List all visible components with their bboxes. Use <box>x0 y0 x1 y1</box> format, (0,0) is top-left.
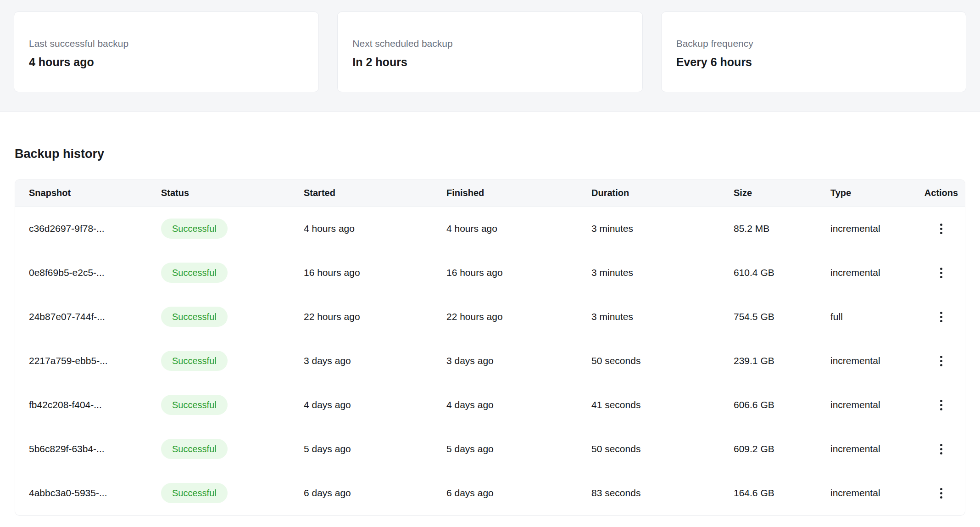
finished-cell: 22 hours ago <box>446 311 591 322</box>
snapshot-id: 24b87e07-744f-... <box>29 311 161 322</box>
size-cell: 754.5 GB <box>734 311 830 322</box>
table-row: fb42c208-f404-... Successful 4 days ago … <box>15 383 965 427</box>
type-cell: incremental <box>830 488 918 499</box>
row-actions-button[interactable] <box>931 482 952 504</box>
row-actions-button[interactable] <box>931 438 952 460</box>
type-cell: incremental <box>830 443 918 454</box>
started-cell: 4 hours ago <box>304 223 446 234</box>
status-badge: Successful <box>161 219 228 239</box>
snapshot-id: 2217a759-ebb5-... <box>29 355 161 366</box>
row-actions-button[interactable] <box>931 262 952 284</box>
started-cell: 3 days ago <box>304 355 446 366</box>
card-label: Backup frequency <box>676 38 951 49</box>
card-value: 4 hours ago <box>29 55 304 69</box>
table-row: 5b6c829f-63b4-... Successful 5 days ago … <box>15 427 965 471</box>
table-header-row: Snapshot Status Started Finished Duratio… <box>15 180 965 207</box>
finished-cell: 5 days ago <box>446 443 591 454</box>
column-header-snapshot: Snapshot <box>29 188 161 198</box>
duration-cell: 50 seconds <box>591 443 734 454</box>
size-cell: 239.1 GB <box>734 355 830 366</box>
table-row: c36d2697-9f78-... Successful 4 hours ago… <box>15 207 965 251</box>
kebab-menu-icon <box>940 400 942 402</box>
page-title: Backup history <box>15 147 965 161</box>
type-cell: incremental <box>830 223 918 234</box>
snapshot-id: c36d2697-9f78-... <box>29 223 161 234</box>
size-cell: 164.6 GB <box>734 488 830 499</box>
row-actions-button[interactable] <box>931 306 952 328</box>
row-actions-button[interactable] <box>931 350 952 372</box>
started-cell: 5 days ago <box>304 443 446 454</box>
column-header-actions: Actions <box>918 188 965 198</box>
started-cell: 6 days ago <box>304 488 446 499</box>
status-badge: Successful <box>161 351 228 371</box>
finished-cell: 6 days ago <box>446 488 591 499</box>
size-cell: 606.6 GB <box>734 399 830 410</box>
kebab-menu-icon <box>940 444 942 446</box>
backup-frequency-card: Backup frequency Every 6 hours <box>661 11 966 92</box>
backup-history-table: Snapshot Status Started Finished Duratio… <box>15 179 965 516</box>
card-value: In 2 hours <box>352 55 627 69</box>
status-badge: Successful <box>161 439 228 459</box>
duration-cell: 41 seconds <box>591 399 734 410</box>
table-row: 4abbc3a0-5935-... Successful 6 days ago … <box>15 471 965 515</box>
finished-cell: 4 hours ago <box>446 223 591 234</box>
column-header-finished: Finished <box>446 188 591 198</box>
kebab-menu-icon <box>940 268 942 270</box>
kebab-menu-icon <box>940 224 942 226</box>
started-cell: 16 hours ago <box>304 267 446 278</box>
row-actions-button[interactable] <box>931 394 952 416</box>
snapshot-id: 4abbc3a0-5935-... <box>29 488 161 499</box>
row-actions-button[interactable] <box>931 218 952 240</box>
column-header-duration: Duration <box>591 188 734 198</box>
card-value: Every 6 hours <box>676 55 951 69</box>
column-header-type: Type <box>830 188 918 198</box>
status-badge: Successful <box>161 395 228 415</box>
status-badge: Successful <box>161 307 228 327</box>
finished-cell: 3 days ago <box>446 355 591 366</box>
table-row: 2217a759-ebb5-... Successful 3 days ago … <box>15 339 965 383</box>
status-badge: Successful <box>161 263 228 283</box>
type-cell: incremental <box>830 267 918 278</box>
size-cell: 609.2 GB <box>734 443 830 454</box>
type-cell: incremental <box>830 399 918 410</box>
table-row: 0e8f69b5-e2c5-... Successful 16 hours ag… <box>15 251 965 295</box>
duration-cell: 3 minutes <box>591 223 734 234</box>
table-row: 24b87e07-744f-... Successful 22 hours ag… <box>15 295 965 339</box>
finished-cell: 16 hours ago <box>446 267 591 278</box>
column-header-started: Started <box>304 188 446 198</box>
status-badge: Successful <box>161 483 228 503</box>
kebab-menu-icon <box>940 312 942 314</box>
card-label: Last successful backup <box>29 38 304 49</box>
started-cell: 4 days ago <box>304 399 446 410</box>
duration-cell: 83 seconds <box>591 488 734 499</box>
last-successful-backup-card: Last successful backup 4 hours ago <box>14 11 319 92</box>
column-header-size: Size <box>734 188 830 198</box>
snapshot-id: fb42c208-f404-... <box>29 399 161 410</box>
size-cell: 610.4 GB <box>734 267 830 278</box>
size-cell: 85.2 MB <box>734 223 830 234</box>
duration-cell: 3 minutes <box>591 311 734 322</box>
backup-summary-strip: Last successful backup 4 hours ago Next … <box>0 0 980 112</box>
duration-cell: 50 seconds <box>591 355 734 366</box>
finished-cell: 4 days ago <box>446 399 591 410</box>
started-cell: 22 hours ago <box>304 311 446 322</box>
type-cell: incremental <box>830 355 918 366</box>
next-scheduled-backup-card: Next scheduled backup In 2 hours <box>337 11 642 92</box>
kebab-menu-icon <box>940 356 942 358</box>
snapshot-id: 5b6c829f-63b4-... <box>29 443 161 454</box>
card-label: Next scheduled backup <box>352 38 627 49</box>
backup-history-section: Backup history Snapshot Status Started F… <box>0 147 980 516</box>
column-header-status: Status <box>161 188 304 198</box>
snapshot-id: 0e8f69b5-e2c5-... <box>29 267 161 278</box>
duration-cell: 3 minutes <box>591 267 734 278</box>
type-cell: full <box>830 311 918 322</box>
kebab-menu-icon <box>940 488 942 490</box>
